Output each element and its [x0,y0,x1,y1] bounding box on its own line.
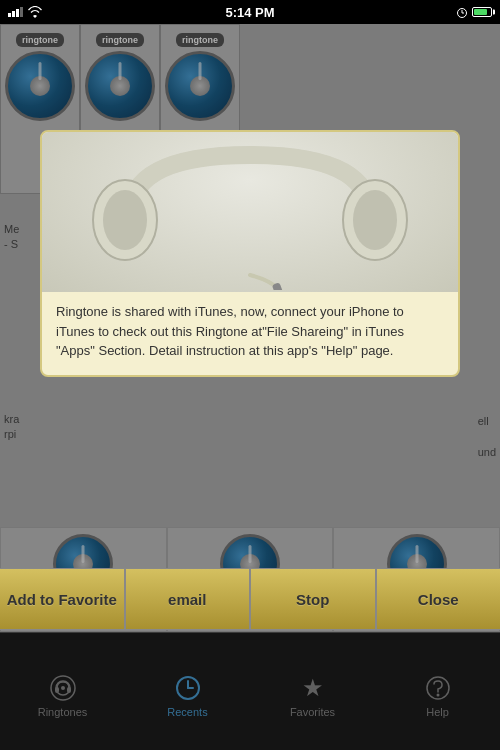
stop-button[interactable]: Stop [250,568,376,630]
status-left [8,6,43,18]
svg-point-4 [103,190,147,250]
modal-image [42,132,458,292]
modal-dialog: Ringtone is shared with iTunes, now, con… [40,130,460,377]
action-buttons-bar: Add to Favorite email Stop Close [0,568,500,630]
alarm-icon [456,6,468,18]
status-time: 5:14 PM [225,5,274,20]
left-side-label: Me- S [4,222,19,253]
headphones-svg [70,135,430,290]
modal-text-content: Ringtone is shared with iTunes, now, con… [42,292,458,375]
signal-bars [8,7,23,17]
battery-indicator [472,7,492,17]
status-bar: 5:14 PM [0,0,500,24]
email-button[interactable]: email [125,568,251,630]
left-sub-label: krarpi [4,412,19,443]
status-right [456,6,492,18]
svg-point-6 [353,190,397,250]
wifi-icon [27,6,43,18]
close-button[interactable]: Close [376,568,501,630]
right-side-label: ellund [478,414,496,460]
add-to-favorite-button[interactable]: Add to Favorite [0,568,125,630]
